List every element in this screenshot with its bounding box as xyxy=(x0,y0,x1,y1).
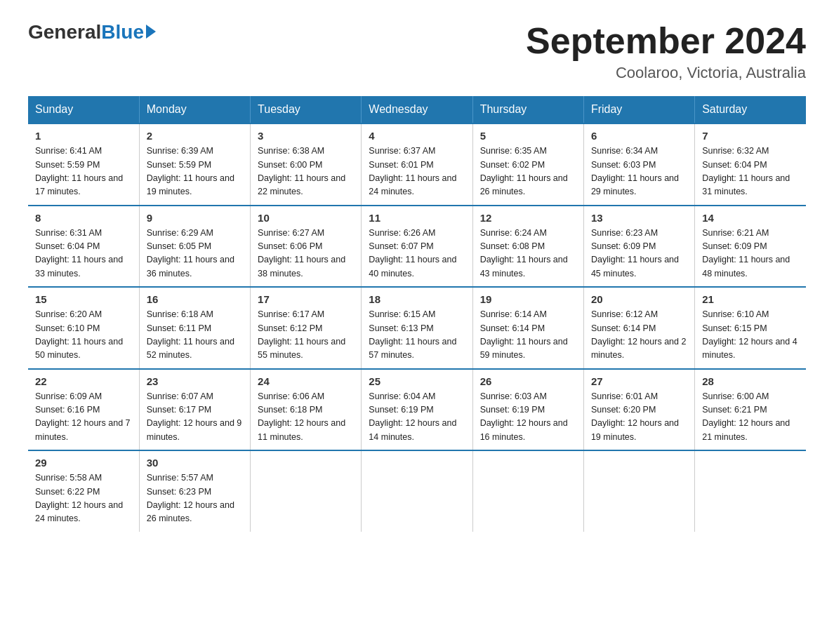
weekday-header-sunday: Sunday xyxy=(28,96,139,123)
day-info: Sunrise: 6:09 AMSunset: 6:16 PMDaylight:… xyxy=(35,390,132,445)
day-number: 30 xyxy=(147,457,243,469)
day-number: 23 xyxy=(147,375,243,387)
weekday-header-monday: Monday xyxy=(139,96,250,123)
weekday-header-friday: Friday xyxy=(583,96,694,123)
day-info: Sunrise: 6:18 AMSunset: 6:11 PMDaylight:… xyxy=(147,308,243,363)
day-number: 20 xyxy=(591,293,687,305)
day-info: Sunrise: 6:10 AMSunset: 6:15 PMDaylight:… xyxy=(702,308,799,363)
day-number: 12 xyxy=(480,212,576,224)
day-number: 10 xyxy=(258,212,354,224)
logo-arrow-icon xyxy=(146,25,156,39)
day-number: 13 xyxy=(591,212,687,224)
weekday-header-saturday: Saturday xyxy=(695,96,806,123)
calendar-cell xyxy=(583,450,694,532)
calendar-cell: 6Sunrise: 6:34 AMSunset: 6:03 PMDaylight… xyxy=(583,123,694,206)
day-info: Sunrise: 6:23 AMSunset: 6:09 PMDaylight:… xyxy=(591,227,687,281)
title-section: September 2024 Coolaroo, Victoria, Austr… xyxy=(526,21,806,82)
day-number: 3 xyxy=(258,130,354,142)
day-number: 17 xyxy=(258,293,354,305)
calendar-cell: 22Sunrise: 6:09 AMSunset: 6:16 PMDayligh… xyxy=(28,369,139,451)
day-number: 9 xyxy=(147,212,243,224)
day-number: 15 xyxy=(35,293,132,305)
calendar-cell: 20Sunrise: 6:12 AMSunset: 6:14 PMDayligh… xyxy=(583,287,694,369)
calendar-cell: 27Sunrise: 6:01 AMSunset: 6:20 PMDayligh… xyxy=(583,369,694,451)
calendar-cell: 14Sunrise: 6:21 AMSunset: 6:09 PMDayligh… xyxy=(695,206,806,288)
weekday-header-thursday: Thursday xyxy=(472,96,583,123)
day-info: Sunrise: 6:14 AMSunset: 6:14 PMDaylight:… xyxy=(480,308,576,363)
day-number: 25 xyxy=(369,375,465,387)
day-number: 7 xyxy=(702,130,799,142)
day-info: Sunrise: 6:06 AMSunset: 6:18 PMDaylight:… xyxy=(258,390,354,445)
calendar-cell: 10Sunrise: 6:27 AMSunset: 6:06 PMDayligh… xyxy=(251,206,362,288)
day-number: 27 xyxy=(591,375,687,387)
calendar-header-row: SundayMondayTuesdayWednesdayThursdayFrid… xyxy=(28,96,806,123)
day-info: Sunrise: 6:27 AMSunset: 6:06 PMDaylight:… xyxy=(258,227,354,281)
calendar-cell: 4Sunrise: 6:37 AMSunset: 6:01 PMDaylight… xyxy=(362,123,472,206)
calendar-cell: 25Sunrise: 6:04 AMSunset: 6:19 PMDayligh… xyxy=(362,369,472,451)
calendar-cell: 12Sunrise: 6:24 AMSunset: 6:08 PMDayligh… xyxy=(472,206,583,288)
day-number: 22 xyxy=(35,375,132,387)
day-info: Sunrise: 6:26 AMSunset: 6:07 PMDaylight:… xyxy=(369,227,465,281)
calendar-cell: 11Sunrise: 6:26 AMSunset: 6:07 PMDayligh… xyxy=(362,206,472,288)
calendar-cell xyxy=(251,450,362,532)
day-info: Sunrise: 6:00 AMSunset: 6:21 PMDaylight:… xyxy=(702,390,799,445)
calendar-cell: 7Sunrise: 6:32 AMSunset: 6:04 PMDaylight… xyxy=(695,123,806,206)
day-info: Sunrise: 6:21 AMSunset: 6:09 PMDaylight:… xyxy=(702,227,799,281)
day-info: Sunrise: 6:17 AMSunset: 6:12 PMDaylight:… xyxy=(258,308,354,363)
calendar-cell: 26Sunrise: 6:03 AMSunset: 6:19 PMDayligh… xyxy=(472,369,583,451)
day-info: Sunrise: 5:58 AMSunset: 6:22 PMDaylight:… xyxy=(35,471,132,526)
day-number: 11 xyxy=(369,212,465,224)
day-number: 18 xyxy=(369,293,465,305)
month-title: September 2024 xyxy=(526,21,806,61)
day-info: Sunrise: 6:31 AMSunset: 6:04 PMDaylight:… xyxy=(35,227,132,281)
calendar-week-row: 22Sunrise: 6:09 AMSunset: 6:16 PMDayligh… xyxy=(28,369,806,451)
day-number: 26 xyxy=(480,375,576,387)
day-number: 1 xyxy=(35,130,132,142)
day-info: Sunrise: 5:57 AMSunset: 6:23 PMDaylight:… xyxy=(147,471,243,526)
calendar-cell: 1Sunrise: 6:41 AMSunset: 5:59 PMDaylight… xyxy=(28,123,139,206)
day-number: 16 xyxy=(147,293,243,305)
logo-general-text: General xyxy=(28,21,101,43)
calendar-cell: 30Sunrise: 5:57 AMSunset: 6:23 PMDayligh… xyxy=(139,450,250,532)
day-info: Sunrise: 6:15 AMSunset: 6:13 PMDaylight:… xyxy=(369,308,465,363)
day-info: Sunrise: 6:24 AMSunset: 6:08 PMDaylight:… xyxy=(480,227,576,281)
day-number: 21 xyxy=(702,293,799,305)
calendar-week-row: 8Sunrise: 6:31 AMSunset: 6:04 PMDaylight… xyxy=(28,206,806,288)
calendar-cell: 5Sunrise: 6:35 AMSunset: 6:02 PMDaylight… xyxy=(472,123,583,206)
calendar-cell: 19Sunrise: 6:14 AMSunset: 6:14 PMDayligh… xyxy=(472,287,583,369)
calendar-week-row: 15Sunrise: 6:20 AMSunset: 6:10 PMDayligh… xyxy=(28,287,806,369)
day-number: 5 xyxy=(480,130,576,142)
page-header: General Blue September 2024 Coolaroo, Vi… xyxy=(28,21,806,82)
calendar-cell: 17Sunrise: 6:17 AMSunset: 6:12 PMDayligh… xyxy=(251,287,362,369)
day-info: Sunrise: 6:04 AMSunset: 6:19 PMDaylight:… xyxy=(369,390,465,445)
day-info: Sunrise: 6:01 AMSunset: 6:20 PMDaylight:… xyxy=(591,390,687,445)
day-info: Sunrise: 6:37 AMSunset: 6:01 PMDaylight:… xyxy=(369,145,465,199)
day-info: Sunrise: 6:41 AMSunset: 5:59 PMDaylight:… xyxy=(35,145,132,199)
day-info: Sunrise: 6:35 AMSunset: 6:02 PMDaylight:… xyxy=(480,145,576,199)
calendar-cell: 13Sunrise: 6:23 AMSunset: 6:09 PMDayligh… xyxy=(583,206,694,288)
calendar-cell xyxy=(695,450,806,532)
calendar-cell: 29Sunrise: 5:58 AMSunset: 6:22 PMDayligh… xyxy=(28,450,139,532)
location-subtitle: Coolaroo, Victoria, Australia xyxy=(526,64,806,82)
day-info: Sunrise: 6:07 AMSunset: 6:17 PMDaylight:… xyxy=(147,390,243,445)
logo-blue-text: Blue xyxy=(101,21,144,43)
day-number: 29 xyxy=(35,457,132,469)
day-info: Sunrise: 6:03 AMSunset: 6:19 PMDaylight:… xyxy=(480,390,576,445)
day-number: 2 xyxy=(147,130,243,142)
calendar-cell: 2Sunrise: 6:39 AMSunset: 5:59 PMDaylight… xyxy=(139,123,250,206)
weekday-header-tuesday: Tuesday xyxy=(251,96,362,123)
calendar-cell: 15Sunrise: 6:20 AMSunset: 6:10 PMDayligh… xyxy=(28,287,139,369)
calendar-cell: 16Sunrise: 6:18 AMSunset: 6:11 PMDayligh… xyxy=(139,287,250,369)
calendar-table: SundayMondayTuesdayWednesdayThursdayFrid… xyxy=(28,96,806,532)
day-info: Sunrise: 6:29 AMSunset: 6:05 PMDaylight:… xyxy=(147,227,243,281)
day-number: 14 xyxy=(702,212,799,224)
logo: General Blue xyxy=(28,21,156,43)
day-number: 24 xyxy=(258,375,354,387)
calendar-cell: 8Sunrise: 6:31 AMSunset: 6:04 PMDaylight… xyxy=(28,206,139,288)
calendar-cell xyxy=(472,450,583,532)
day-info: Sunrise: 6:38 AMSunset: 6:00 PMDaylight:… xyxy=(258,145,354,199)
day-number: 4 xyxy=(369,130,465,142)
day-number: 6 xyxy=(591,130,687,142)
day-info: Sunrise: 6:34 AMSunset: 6:03 PMDaylight:… xyxy=(591,145,687,199)
day-number: 28 xyxy=(702,375,799,387)
